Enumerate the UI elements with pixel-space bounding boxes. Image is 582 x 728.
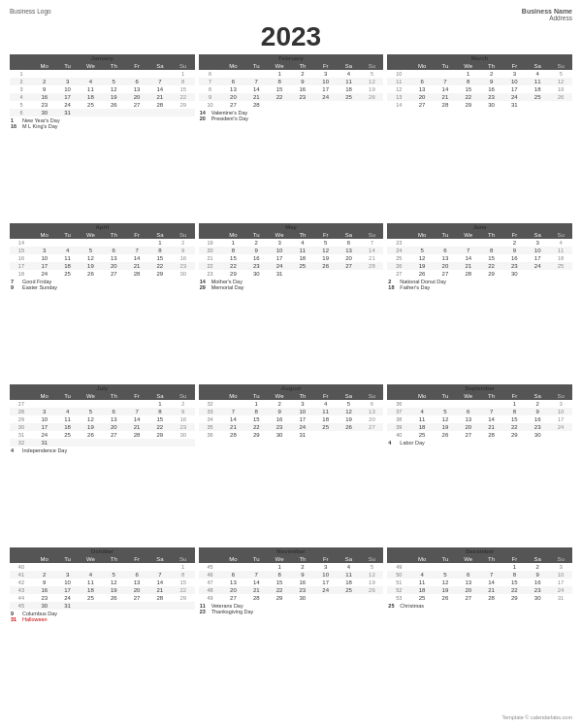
week-number: 27 bbox=[10, 400, 33, 408]
day-cell: 20 bbox=[125, 93, 148, 101]
week-number: 9 bbox=[199, 93, 222, 101]
day-cell: 3 bbox=[33, 408, 56, 415]
day-cell: 16 bbox=[268, 415, 291, 423]
day-cell bbox=[526, 270, 549, 278]
day-cell: 10 bbox=[314, 571, 338, 579]
week-number: 7 bbox=[199, 78, 222, 85]
sunday-cell: 25 bbox=[549, 262, 572, 270]
day-cell: 7 bbox=[244, 78, 268, 85]
week-number: 50 bbox=[387, 571, 410, 579]
month-table-february: FebruaryMoTuWeThFrSaSu612345767891011128… bbox=[199, 54, 384, 109]
day-cell: 18 bbox=[526, 85, 549, 93]
day-header: Th bbox=[291, 62, 314, 70]
wk-label bbox=[199, 62, 222, 70]
day-cell bbox=[457, 239, 480, 247]
holiday-name: Independence Day bbox=[22, 447, 67, 453]
day-cell: 6 bbox=[410, 78, 434, 85]
day-cell: 4 bbox=[79, 78, 102, 85]
day-cell bbox=[125, 239, 148, 247]
day-cell: 9 bbox=[291, 571, 314, 579]
day-header: Mo bbox=[410, 62, 434, 70]
sunday-cell bbox=[360, 431, 383, 439]
holidays-list: 25Christmas bbox=[387, 603, 572, 609]
month-block-december: DecemberMoTuWeThFrSaSu491235045678910511… bbox=[387, 547, 572, 712]
week-number: 10 bbox=[387, 70, 410, 78]
holiday-date: 4 bbox=[388, 440, 398, 446]
day-cell: 27 bbox=[221, 594, 244, 602]
day-cell: 31 bbox=[56, 109, 80, 116]
day-cell bbox=[102, 563, 125, 571]
day-cell bbox=[79, 239, 102, 247]
day-cell: 2 bbox=[526, 563, 549, 571]
day-cell bbox=[480, 239, 503, 247]
month-name: April bbox=[10, 223, 195, 231]
month-block-january: JanuaryMoTuWeThFrSaSu1122345678391011121… bbox=[10, 54, 195, 219]
sunday-cell bbox=[549, 101, 572, 109]
sunday-cell: 19 bbox=[360, 85, 383, 93]
day-cell bbox=[338, 270, 361, 278]
holiday-name: Labor Day bbox=[400, 440, 424, 446]
week-number: 37 bbox=[387, 408, 410, 415]
day-header: Th bbox=[291, 555, 314, 563]
day-cell: 21 bbox=[434, 93, 457, 101]
day-cell: 24 bbox=[268, 262, 291, 270]
day-cell: 16 bbox=[244, 254, 268, 262]
day-cell: 19 bbox=[410, 262, 434, 270]
day-cell: 7 bbox=[480, 571, 503, 579]
week-number: 29 bbox=[10, 415, 33, 423]
sunday-cell: 2 bbox=[172, 239, 195, 247]
holiday-name: M L King's Day bbox=[22, 123, 58, 129]
day-cell: 6 bbox=[457, 408, 480, 415]
day-header: We bbox=[268, 62, 291, 70]
holiday-item: 29Memorial Day bbox=[200, 284, 384, 290]
holiday-date: 20 bbox=[200, 116, 210, 121]
day-cell: 7 bbox=[434, 78, 457, 85]
day-cell bbox=[102, 602, 125, 610]
day-cell: 10 bbox=[526, 247, 549, 254]
week-number: 21 bbox=[199, 254, 222, 262]
day-header: Tu bbox=[56, 231, 80, 239]
day-cell: 17 bbox=[56, 586, 80, 594]
day-cell: 19 bbox=[79, 423, 102, 431]
day-cell: 27 bbox=[102, 431, 125, 439]
business-name: Business Name bbox=[522, 8, 572, 15]
week-number: 8 bbox=[199, 85, 222, 93]
day-cell: 7 bbox=[480, 408, 503, 415]
day-cell: 11 bbox=[526, 78, 549, 85]
day-cell: 6 bbox=[125, 571, 148, 579]
day-cell: 11 bbox=[56, 415, 80, 423]
day-cell: 7 bbox=[148, 571, 172, 579]
holiday-name: President's Day bbox=[211, 116, 248, 121]
day-cell: 15 bbox=[457, 85, 480, 93]
sunday-cell: 30 bbox=[172, 431, 195, 439]
day-cell: 4 bbox=[56, 408, 80, 415]
day-cell: 28 bbox=[221, 431, 244, 439]
holidays-list: 4Independence Day bbox=[10, 447, 195, 453]
day-header: Sa bbox=[338, 231, 361, 239]
day-cell: 5 bbox=[79, 408, 102, 415]
day-cell: 28 bbox=[244, 594, 268, 602]
day-header: We bbox=[457, 392, 480, 400]
day-cell: 12 bbox=[79, 254, 102, 262]
day-cell: 12 bbox=[434, 579, 457, 586]
wk-label bbox=[199, 231, 222, 239]
sunday-cell: 5 bbox=[360, 563, 383, 571]
day-header: We bbox=[79, 392, 102, 400]
holiday-date: 16 bbox=[11, 123, 20, 129]
week-number: 23 bbox=[387, 239, 410, 247]
day-cell: 1 bbox=[502, 400, 526, 408]
day-cell: 21 bbox=[125, 423, 148, 431]
week-number: 6 bbox=[10, 109, 33, 116]
day-cell: 20 bbox=[221, 586, 244, 594]
week-number: 36 bbox=[387, 400, 410, 408]
sunday-cell: 5 bbox=[360, 70, 383, 78]
day-cell bbox=[314, 270, 338, 278]
day-cell: 18 bbox=[338, 85, 361, 93]
day-header: We bbox=[268, 231, 291, 239]
sunday-cell: 24 bbox=[549, 586, 572, 594]
day-cell: 23 bbox=[480, 93, 503, 101]
day-cell: 14 bbox=[434, 85, 457, 93]
day-cell: 8 bbox=[268, 571, 291, 579]
day-cell: 6 bbox=[102, 408, 125, 415]
day-cell: 16 bbox=[291, 85, 314, 93]
